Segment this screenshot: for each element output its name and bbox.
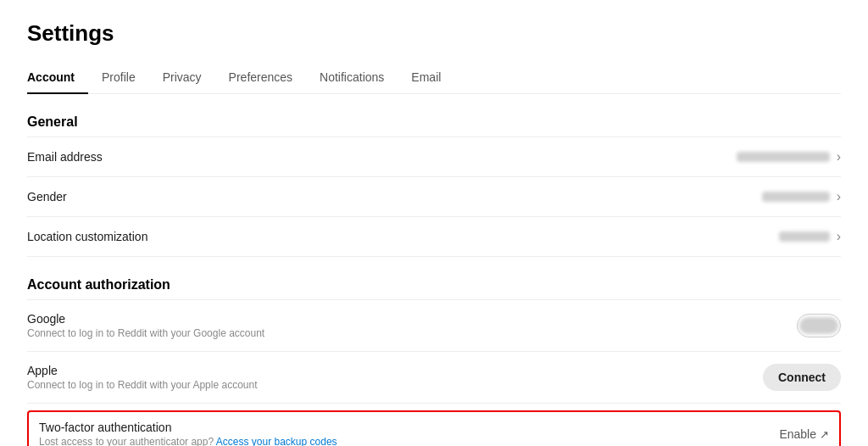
tfa-enable-right: Enable ↗	[779, 427, 829, 441]
tfa-enable-label: Enable	[779, 427, 816, 441]
email-address-label: Email address	[27, 150, 103, 164]
google-label: Google	[27, 312, 264, 326]
apple-label: Apple	[27, 364, 258, 377]
google-toggle[interactable]	[797, 314, 841, 337]
gender-chevron-icon: ›	[837, 189, 841, 204]
page-title: Settings	[27, 20, 841, 47]
apple-right: Connect	[763, 364, 841, 391]
apple-label-group: Apple Connect to log in to Reddit with y…	[27, 364, 258, 391]
google-toggle-thumb	[799, 317, 838, 334]
tab-email[interactable]: Email	[398, 62, 454, 94]
gender-right: ›	[762, 189, 841, 204]
settings-tabs: Account Profile Privacy Preferences Noti…	[27, 62, 841, 94]
tfa-sub-prefix: Lost access to your authenticator app?	[39, 436, 214, 446]
location-chevron-icon: ›	[837, 229, 841, 244]
location-row[interactable]: Location customization ›	[27, 217, 841, 257]
auth-rows: Google Connect to log in to Reddit with …	[27, 299, 841, 404]
tab-profile[interactable]: Profile	[88, 62, 149, 94]
external-link-icon: ↗	[820, 428, 829, 441]
tfa-label: Two-factor authentication	[39, 421, 337, 434]
location-label: Location customization	[27, 230, 147, 243]
gender-label: Gender	[27, 190, 67, 203]
location-value	[779, 231, 830, 242]
google-sub: Connect to log in to Reddit with your Go…	[27, 327, 264, 339]
general-rows: Email address › Gender › Location custom…	[27, 137, 841, 257]
tab-account[interactable]: Account	[27, 62, 88, 94]
google-right	[797, 314, 841, 337]
email-address-chevron-icon: ›	[837, 149, 841, 164]
tab-preferences[interactable]: Preferences	[215, 62, 306, 94]
tfa-backup-link[interactable]: Access your backup codes	[216, 436, 337, 446]
location-right: ›	[779, 229, 841, 244]
tab-privacy[interactable]: Privacy	[149, 62, 215, 94]
apple-sub: Connect to log in to Reddit with your Ap…	[27, 379, 258, 391]
settings-page: Settings Account Profile Privacy Prefere…	[0, 0, 868, 446]
tfa-row: Two-factor authentication Lost access to…	[27, 410, 841, 446]
google-label-group: Google Connect to log in to Reddit with …	[27, 312, 264, 339]
email-address-value	[737, 152, 830, 162]
tab-notifications[interactable]: Notifications	[306, 62, 398, 94]
apple-row: Apple Connect to log in to Reddit with y…	[27, 352, 841, 404]
auth-section: Account authorization Google Connect to …	[27, 277, 841, 446]
tfa-sub: Lost access to your authenticator app? A…	[39, 436, 337, 446]
general-section: General Email address › Gender › Locatio…	[27, 114, 841, 257]
google-row: Google Connect to log in to Reddit with …	[27, 300, 841, 352]
tfa-label-group: Two-factor authentication Lost access to…	[39, 421, 337, 446]
gender-row[interactable]: Gender ›	[27, 177, 841, 217]
general-section-title: General	[27, 114, 841, 130]
auth-section-title: Account authorization	[27, 277, 841, 293]
gender-value	[762, 192, 830, 202]
apple-connect-button[interactable]: Connect	[763, 364, 841, 391]
email-address-right: ›	[737, 149, 841, 164]
email-address-row[interactable]: Email address ›	[27, 137, 841, 177]
